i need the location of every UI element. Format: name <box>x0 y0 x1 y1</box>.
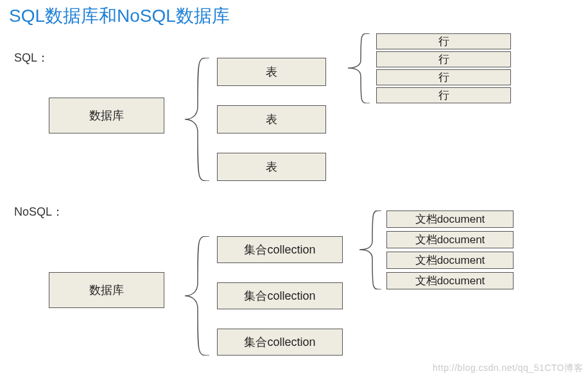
sql-row-box: 行 <box>376 69 511 85</box>
sql-table-box: 表 <box>217 153 326 181</box>
sql-row-box: 行 <box>376 33 511 49</box>
nosql-database-box: 数据库 <box>49 272 164 308</box>
brace-icon <box>343 33 370 103</box>
nosql-label: NoSQL： <box>14 204 64 219</box>
sql-row-box: 行 <box>376 87 511 103</box>
sql-table-box: 表 <box>217 105 326 133</box>
sql-row-box: 行 <box>376 51 511 67</box>
sql-table-box: 表 <box>217 58 326 86</box>
nosql-collection-box: 集合collection <box>217 329 343 356</box>
nosql-collection-box: 集合collection <box>217 282 343 309</box>
nosql-collection-box: 集合collection <box>217 236 343 263</box>
sql-database-box: 数据库 <box>49 98 164 133</box>
nosql-document-box: 文档document <box>386 272 514 289</box>
nosql-document-box: 文档document <box>386 210 514 228</box>
nosql-document-box: 文档document <box>386 231 514 248</box>
brace-icon <box>178 58 209 181</box>
brace-icon <box>354 210 381 289</box>
sql-label: SQL： <box>14 50 49 65</box>
nosql-document-box: 文档document <box>386 252 514 269</box>
brace-icon <box>178 236 209 356</box>
page-title: SQL数据库和NoSQL数据库 <box>9 4 230 28</box>
watermark: http://blog.csdn.net/qq_51CTO博客 <box>433 363 583 374</box>
